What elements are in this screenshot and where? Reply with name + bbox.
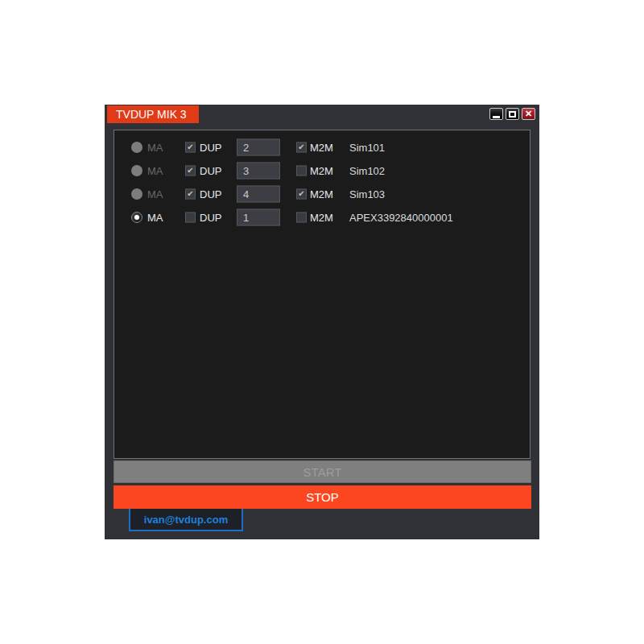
title-bar: TVDUP MIK 3 <box>105 105 539 124</box>
maximize-icon <box>509 111 516 118</box>
close-icon <box>525 109 532 118</box>
ma-label: MA <box>147 188 163 200</box>
dup-count-input[interactable] <box>237 208 280 225</box>
sim-name-label: APEX3392840000001 <box>349 211 453 223</box>
sim-name-label: Sim103 <box>349 188 385 200</box>
dup-checkbox[interactable] <box>185 142 196 152</box>
dup-count-input[interactable] <box>237 138 280 155</box>
m2m-label: M2M <box>310 164 333 176</box>
m2m-checkbox[interactable] <box>296 188 307 199</box>
email-link-box[interactable]: ivan@tvdup.com <box>129 507 243 531</box>
dup-count-input[interactable] <box>237 162 280 179</box>
ma-radio[interactable] <box>131 142 142 153</box>
sim-list-panel: MA DUP M2M Sim101 MA DUP M2M Sim102 MA D… <box>114 130 530 459</box>
dup-label: DUP <box>200 164 221 176</box>
dup-label: DUP <box>200 188 221 200</box>
sim-row-2: MA DUP M2M Sim102 <box>114 159 530 182</box>
dup-checkbox[interactable] <box>185 165 196 175</box>
window-title-text: TVDUP MIK 3 <box>116 108 187 121</box>
dup-count-input[interactable] <box>237 185 280 202</box>
window-controls <box>489 108 535 120</box>
app-window: TVDUP MIK 3 MA DUP M2M Sim101 <box>105 105 539 539</box>
m2m-label: M2M <box>310 188 333 200</box>
ma-label: MA <box>147 141 163 153</box>
dup-checkbox[interactable] <box>185 188 196 199</box>
sim-row-3: MA DUP M2M Sim103 <box>114 182 530 205</box>
minimize-button[interactable] <box>489 108 503 120</box>
m2m-checkbox[interactable] <box>296 212 307 222</box>
dup-label: DUP <box>200 141 221 153</box>
dup-checkbox[interactable] <box>185 212 196 222</box>
ma-radio[interactable] <box>131 212 142 223</box>
minimize-icon <box>493 116 500 118</box>
ma-label: MA <box>147 164 163 176</box>
start-button[interactable]: START <box>114 460 531 483</box>
m2m-checkbox[interactable] <box>296 142 307 152</box>
ma-radio[interactable] <box>131 165 142 176</box>
window-title: TVDUP MIK 3 <box>107 105 199 123</box>
stop-button[interactable]: STOP <box>114 485 531 509</box>
sim-row-1: MA DUP M2M Sim101 <box>114 135 530 159</box>
close-button[interactable] <box>522 108 535 120</box>
sim-name-label: Sim101 <box>349 141 385 153</box>
m2m-checkbox[interactable] <box>296 165 307 175</box>
ma-radio[interactable] <box>131 188 142 200</box>
m2m-label: M2M <box>310 211 333 223</box>
email-link[interactable]: ivan@tvdup.com <box>144 513 228 526</box>
dup-label: DUP <box>200 211 221 223</box>
maximize-button[interactable] <box>506 108 519 120</box>
m2m-label: M2M <box>310 141 333 153</box>
ma-label: MA <box>147 211 163 223</box>
sim-name-label: Sim102 <box>349 164 385 176</box>
sim-row-4: MA DUP M2M APEX3392840000001 <box>114 205 530 229</box>
